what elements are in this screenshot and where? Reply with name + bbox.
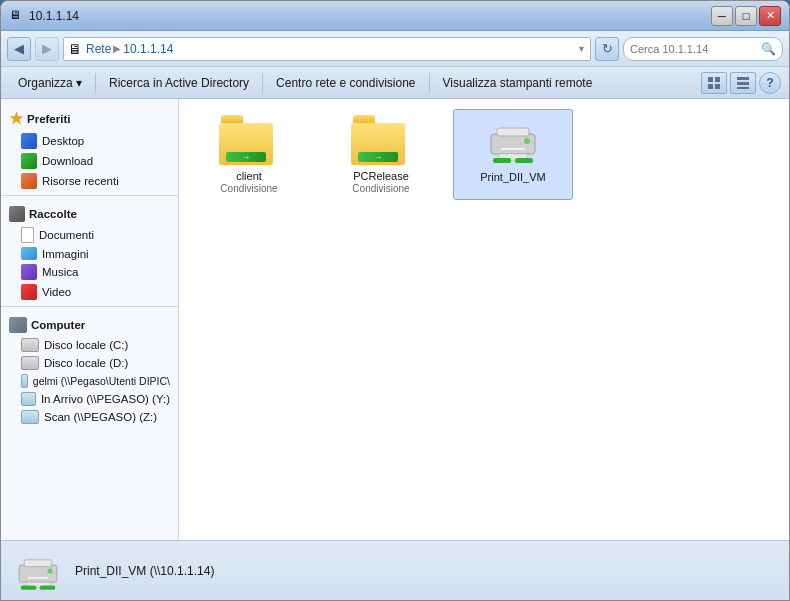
svg-rect-15: [24, 559, 51, 566]
search-input[interactable]: [630, 43, 757, 55]
file-item-pcrelease[interactable]: → PCRelease Condivisione: [321, 109, 441, 200]
address-dropdown-arrow[interactable]: ▼: [577, 44, 586, 54]
sidebar-item-inarrivo[interactable]: In Arrivo (\\PEGASO) (Y:): [1, 390, 178, 408]
ricerca-button[interactable]: Ricerca in Active Directory: [100, 70, 258, 96]
view-options-button[interactable]: [701, 72, 727, 94]
scan-label: Scan (\\PEGASO) (Z:): [44, 411, 157, 423]
toolbar-separator-3: [429, 73, 430, 93]
gelmi-icon: [21, 374, 28, 388]
sidebar-divider-2: [1, 306, 178, 307]
download-label: Download: [42, 155, 93, 167]
address-bar[interactable]: 🖥 Rete ▶ 10.1.1.14 ▼: [63, 37, 591, 61]
toolbar: Organizza ▾ Ricerca in Active Directory …: [1, 67, 789, 99]
refresh-button[interactable]: ↻: [595, 37, 619, 61]
sidebar-item-diskd[interactable]: Disco locale (D:): [1, 354, 178, 372]
sidebar-item-desktop[interactable]: Desktop: [1, 131, 178, 151]
svg-rect-20: [28, 577, 49, 579]
svg-rect-13: [501, 148, 525, 150]
desktop-icon: [21, 133, 37, 149]
visualizza-button[interactable]: Visualizza stampanti remote: [434, 70, 602, 96]
printer-label: Print_DII_VM: [480, 170, 545, 184]
toolbar-right: ?: [701, 72, 781, 94]
main-file-area: → client Condivisione →: [179, 99, 789, 540]
close-button[interactable]: ✕: [759, 6, 781, 26]
svg-rect-10: [493, 158, 511, 163]
computer-label: Computer: [31, 319, 85, 331]
svg-rect-18: [40, 585, 55, 589]
computer-icon: [9, 317, 27, 333]
window: 🖥 10.1.1.14 ─ □ ✕ ◀ ▶ 🖥 Rete ▶ 10.1.1.14…: [0, 0, 790, 601]
client-folder-icon: →: [219, 115, 279, 165]
sidebar-item-download[interactable]: Download: [1, 151, 178, 171]
diskd-label: Disco locale (D:): [44, 357, 128, 369]
recent-icon: [21, 173, 37, 189]
gelmi-label: gelmi (\\Pegaso\Utenti DIPIC\: [33, 375, 170, 387]
back-button[interactable]: ◀: [7, 37, 31, 61]
diskc-icon: [21, 338, 39, 352]
video-icon: [21, 284, 37, 300]
desktop-label: Desktop: [42, 135, 84, 147]
printer-icon-svg: [485, 118, 541, 164]
maximize-button[interactable]: □: [735, 6, 757, 26]
address-separator: ▶: [113, 43, 121, 54]
inarrivo-icon: [21, 392, 36, 406]
download-icon: [21, 153, 37, 169]
svg-rect-17: [21, 585, 36, 589]
file-item-printer[interactable]: Print_DII_VM: [453, 109, 573, 200]
svg-rect-7: [491, 134, 535, 154]
svg-rect-14: [19, 565, 57, 582]
printer-icon-wrap: [483, 116, 543, 166]
client-sublabel: Condivisione: [220, 183, 277, 194]
svg-rect-2: [708, 84, 713, 89]
svg-rect-11: [515, 158, 533, 163]
musica-label: Musica: [42, 266, 78, 278]
status-text: Print_DII_VM (\\10.1.1.14): [75, 564, 214, 578]
sidebar-item-video[interactable]: Video: [1, 282, 178, 302]
documenti-label: Documenti: [39, 229, 94, 241]
recent-label: Risorse recenti: [42, 175, 119, 187]
svg-point-12: [524, 138, 530, 144]
statusbar: Print_DII_VM (\\10.1.1.14): [1, 540, 789, 600]
file-item-client[interactable]: → client Condivisione: [189, 109, 309, 200]
pcrelease-sublabel: Condivisione: [352, 183, 409, 194]
svg-rect-4: [737, 77, 749, 80]
immagini-icon: [21, 247, 37, 260]
sidebar-section-raccolte[interactable]: Raccolte: [1, 200, 178, 225]
address-parts: Rete ▶ 10.1.1.14: [86, 42, 173, 56]
sidebar-item-diskc[interactable]: Disco locale (C:): [1, 336, 178, 354]
sidebar-item-gelmi[interactable]: gelmi (\\Pegaso\Utenti DIPIC\: [1, 372, 178, 390]
svg-rect-5: [737, 82, 749, 85]
sidebar-section-computer[interactable]: Computer: [1, 311, 178, 336]
forward-button[interactable]: ▶: [35, 37, 59, 61]
sidebar-item-musica[interactable]: Musica: [1, 262, 178, 282]
centro-button[interactable]: Centro rete e condivisione: [267, 70, 424, 96]
status-printer-icon: [13, 546, 63, 596]
inarrivo-label: In Arrivo (\\PEGASO) (Y:): [41, 393, 170, 405]
toolbar-separator-2: [262, 73, 263, 93]
preferiti-label: Preferiti: [27, 113, 70, 125]
svg-rect-1: [715, 77, 720, 82]
content-area: ★ Preferiti Desktop Download Risorse rec…: [1, 99, 789, 540]
raccolte-icon: [9, 206, 25, 222]
address-icon: 🖥: [68, 41, 82, 57]
minimize-button[interactable]: ─: [711, 6, 733, 26]
address-part-network[interactable]: Rete: [86, 42, 111, 56]
address-part-host[interactable]: 10.1.1.14: [123, 42, 173, 56]
sidebar-item-recent[interactable]: Risorse recenti: [1, 171, 178, 191]
titlebar-left: 🖥 10.1.1.14: [9, 8, 79, 24]
svg-rect-8: [497, 128, 529, 136]
sidebar: ★ Preferiti Desktop Download Risorse rec…: [1, 99, 179, 540]
file-grid: → client Condivisione →: [179, 99, 789, 210]
preferiti-icon: ★: [9, 109, 23, 128]
scan-icon: [21, 410, 39, 424]
sidebar-item-documenti[interactable]: Documenti: [1, 225, 178, 245]
diskd-icon: [21, 356, 39, 370]
sidebar-item-immagini[interactable]: Immagini: [1, 245, 178, 262]
sidebar-item-scan[interactable]: Scan (\\PEGASO) (Z:): [1, 408, 178, 426]
sidebar-section-preferiti[interactable]: ★ Preferiti: [1, 103, 178, 131]
layout-button[interactable]: [730, 72, 756, 94]
pcrelease-folder-icon: →: [351, 115, 411, 165]
help-button[interactable]: ?: [759, 72, 781, 94]
organizza-button[interactable]: Organizza ▾: [9, 70, 91, 96]
search-icon: 🔍: [761, 42, 776, 56]
